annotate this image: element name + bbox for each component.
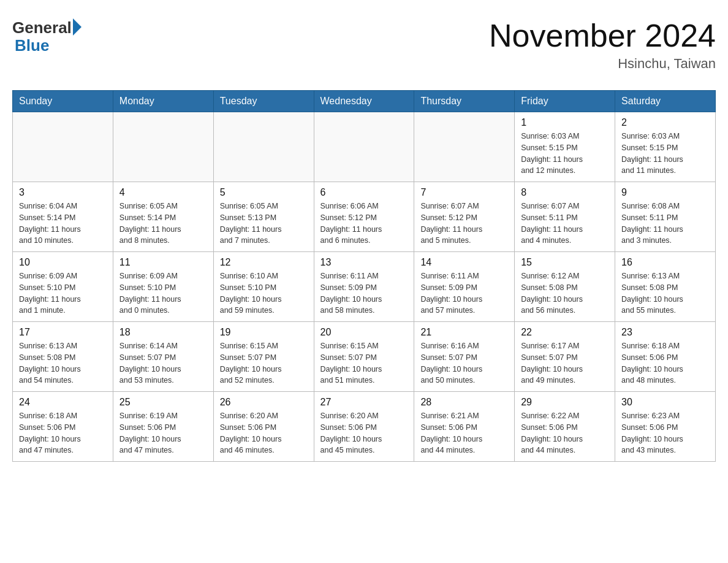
- day-info: Sunrise: 6:18 AMSunset: 5:06 PMDaylight:…: [621, 340, 709, 386]
- day-number: 3: [19, 187, 107, 198]
- day-info: Sunrise: 6:12 AMSunset: 5:08 PMDaylight:…: [521, 270, 609, 316]
- day-cell-4-0: 24Sunrise: 6:18 AMSunset: 5:06 PMDayligh…: [13, 392, 113, 462]
- day-cell-3-4: 21Sunrise: 6:16 AMSunset: 5:07 PMDayligh…: [414, 322, 515, 392]
- day-cell-2-3: 13Sunrise: 6:11 AMSunset: 5:09 PMDayligh…: [314, 252, 414, 322]
- day-info: Sunrise: 6:19 AMSunset: 5:06 PMDaylight:…: [119, 410, 207, 456]
- day-number: 24: [19, 397, 107, 408]
- week-row-4: 17Sunrise: 6:13 AMSunset: 5:08 PMDayligh…: [13, 322, 716, 392]
- calendar-table: Sunday Monday Tuesday Wednesday Thursday…: [12, 90, 716, 462]
- day-cell-1-2: 5Sunrise: 6:05 AMSunset: 5:13 PMDaylight…: [213, 182, 314, 252]
- day-number: 27: [320, 397, 408, 408]
- day-info: Sunrise: 6:13 AMSunset: 5:08 PMDaylight:…: [19, 340, 107, 386]
- day-cell-1-1: 4Sunrise: 6:05 AMSunset: 5:14 PMDaylight…: [113, 182, 213, 252]
- day-number: 25: [119, 397, 207, 408]
- week-row-2: 3Sunrise: 6:04 AMSunset: 5:14 PMDaylight…: [13, 182, 716, 252]
- header-tuesday: Tuesday: [213, 91, 314, 112]
- week-row-5: 24Sunrise: 6:18 AMSunset: 5:06 PMDayligh…: [13, 392, 716, 462]
- day-info: Sunrise: 6:03 AMSunset: 5:15 PMDaylight:…: [621, 131, 709, 177]
- day-cell-2-5: 15Sunrise: 6:12 AMSunset: 5:08 PMDayligh…: [515, 252, 615, 322]
- day-cell-3-1: 18Sunrise: 6:14 AMSunset: 5:07 PMDayligh…: [113, 322, 213, 392]
- day-cell-0-2: [213, 112, 314, 182]
- day-info: Sunrise: 6:06 AMSunset: 5:12 PMDaylight:…: [320, 201, 408, 247]
- day-info: Sunrise: 6:15 AMSunset: 5:07 PMDaylight:…: [320, 340, 408, 386]
- day-number: 21: [420, 327, 508, 338]
- day-number: 17: [19, 327, 107, 338]
- day-number: 13: [320, 257, 408, 268]
- day-number: 14: [420, 257, 508, 268]
- day-cell-0-5: 1Sunrise: 6:03 AMSunset: 5:15 PMDaylight…: [515, 112, 615, 182]
- day-number: 15: [521, 257, 609, 268]
- day-cell-0-0: [13, 112, 113, 182]
- day-info: Sunrise: 6:21 AMSunset: 5:06 PMDaylight:…: [420, 410, 508, 456]
- day-number: 30: [621, 397, 709, 408]
- day-info: Sunrise: 6:17 AMSunset: 5:07 PMDaylight:…: [521, 340, 609, 386]
- header-saturday: Saturday: [615, 91, 716, 112]
- day-info: Sunrise: 6:11 AMSunset: 5:09 PMDaylight:…: [420, 270, 508, 316]
- header-wednesday: Wednesday: [314, 91, 414, 112]
- day-number: 20: [320, 327, 408, 338]
- day-number: 16: [621, 257, 709, 268]
- logo-blue-text: Blue: [15, 36, 49, 55]
- day-cell-0-1: [113, 112, 213, 182]
- day-cell-4-5: 29Sunrise: 6:22 AMSunset: 5:06 PMDayligh…: [515, 392, 615, 462]
- day-cell-2-6: 16Sunrise: 6:13 AMSunset: 5:08 PMDayligh…: [615, 252, 716, 322]
- day-cell-1-3: 6Sunrise: 6:06 AMSunset: 5:12 PMDaylight…: [314, 182, 414, 252]
- day-info: Sunrise: 6:16 AMSunset: 5:07 PMDaylight:…: [420, 340, 508, 386]
- day-cell-1-6: 9Sunrise: 6:08 AMSunset: 5:11 PMDaylight…: [615, 182, 716, 252]
- days-header-row: Sunday Monday Tuesday Wednesday Thursday…: [13, 91, 716, 112]
- day-cell-3-6: 23Sunrise: 6:18 AMSunset: 5:06 PMDayligh…: [615, 322, 716, 392]
- title-area: November 2024 Hsinchu, Taiwan: [489, 18, 716, 72]
- day-number: 23: [621, 327, 709, 338]
- day-info: Sunrise: 6:05 AMSunset: 5:14 PMDaylight:…: [119, 201, 207, 247]
- day-cell-3-2: 19Sunrise: 6:15 AMSunset: 5:07 PMDayligh…: [213, 322, 314, 392]
- day-number: 2: [621, 117, 709, 128]
- day-cell-3-5: 22Sunrise: 6:17 AMSunset: 5:07 PMDayligh…: [515, 322, 615, 392]
- day-number: 29: [521, 397, 609, 408]
- day-number: 11: [119, 257, 207, 268]
- day-info: Sunrise: 6:05 AMSunset: 5:13 PMDaylight:…: [220, 201, 308, 247]
- day-number: 19: [220, 327, 308, 338]
- day-cell-2-0: 10Sunrise: 6:09 AMSunset: 5:10 PMDayligh…: [13, 252, 113, 322]
- day-number: 5: [220, 187, 308, 198]
- day-number: 18: [119, 327, 207, 338]
- day-cell-2-4: 14Sunrise: 6:11 AMSunset: 5:09 PMDayligh…: [414, 252, 515, 322]
- week-row-3: 10Sunrise: 6:09 AMSunset: 5:10 PMDayligh…: [13, 252, 716, 322]
- page-header: General Blue November 2024 Hsinchu, Taiw…: [12, 12, 716, 78]
- day-cell-0-3: [314, 112, 414, 182]
- day-info: Sunrise: 6:14 AMSunset: 5:07 PMDaylight:…: [119, 340, 207, 386]
- day-info: Sunrise: 6:22 AMSunset: 5:06 PMDaylight:…: [521, 410, 609, 456]
- day-cell-2-1: 11Sunrise: 6:09 AMSunset: 5:10 PMDayligh…: [113, 252, 213, 322]
- day-cell-4-1: 25Sunrise: 6:19 AMSunset: 5:06 PMDayligh…: [113, 392, 213, 462]
- logo: General Blue: [12, 18, 82, 55]
- header-sunday: Sunday: [13, 91, 113, 112]
- day-info: Sunrise: 6:13 AMSunset: 5:08 PMDaylight:…: [621, 270, 709, 316]
- header-monday: Monday: [113, 91, 213, 112]
- day-info: Sunrise: 6:07 AMSunset: 5:12 PMDaylight:…: [420, 201, 508, 247]
- day-number: 12: [220, 257, 308, 268]
- day-cell-2-2: 12Sunrise: 6:10 AMSunset: 5:10 PMDayligh…: [213, 252, 314, 322]
- day-cell-4-4: 28Sunrise: 6:21 AMSunset: 5:06 PMDayligh…: [414, 392, 515, 462]
- day-info: Sunrise: 6:20 AMSunset: 5:06 PMDaylight:…: [320, 410, 408, 456]
- day-number: 7: [420, 187, 508, 198]
- day-number: 28: [420, 397, 508, 408]
- day-number: 10: [19, 257, 107, 268]
- day-cell-1-5: 8Sunrise: 6:07 AMSunset: 5:11 PMDaylight…: [515, 182, 615, 252]
- logo-arrow-icon: [73, 18, 82, 36]
- day-cell-3-0: 17Sunrise: 6:13 AMSunset: 5:08 PMDayligh…: [13, 322, 113, 392]
- day-info: Sunrise: 6:18 AMSunset: 5:06 PMDaylight:…: [19, 410, 107, 456]
- day-number: 4: [119, 187, 207, 198]
- day-number: 8: [521, 187, 609, 198]
- week-row-1: 1Sunrise: 6:03 AMSunset: 5:15 PMDaylight…: [13, 112, 716, 182]
- day-cell-0-4: [414, 112, 515, 182]
- day-cell-4-6: 30Sunrise: 6:23 AMSunset: 5:06 PMDayligh…: [615, 392, 716, 462]
- day-info: Sunrise: 6:23 AMSunset: 5:06 PMDaylight:…: [621, 410, 709, 456]
- header-thursday: Thursday: [414, 91, 515, 112]
- day-info: Sunrise: 6:09 AMSunset: 5:10 PMDaylight:…: [119, 270, 207, 316]
- day-number: 1: [521, 117, 609, 128]
- day-number: 6: [320, 187, 408, 198]
- day-info: Sunrise: 6:15 AMSunset: 5:07 PMDaylight:…: [220, 340, 308, 386]
- month-title: November 2024: [489, 18, 716, 53]
- day-info: Sunrise: 6:04 AMSunset: 5:14 PMDaylight:…: [19, 201, 107, 247]
- day-info: Sunrise: 6:03 AMSunset: 5:15 PMDaylight:…: [521, 131, 609, 177]
- day-number: 26: [220, 397, 308, 408]
